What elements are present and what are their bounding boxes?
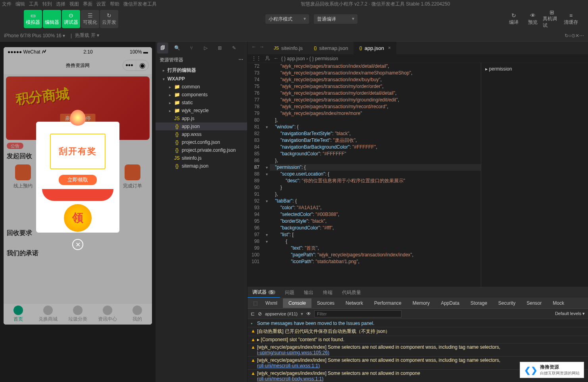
filter-input[interactable] bbox=[314, 310, 402, 317]
prize-title: 刮开有奖 bbox=[50, 134, 106, 169]
menu-item[interactable]: 界面 bbox=[83, 1, 92, 7]
tree-item-static[interactable]: ▸📁static bbox=[156, 99, 247, 107]
git-icon[interactable]: ⑂ bbox=[186, 42, 197, 53]
forward-icon[interactable]: → bbox=[259, 44, 264, 52]
coin-icon: 领 bbox=[64, 204, 92, 232]
tool-可视化[interactable]: ☰可视化 bbox=[81, 10, 99, 28]
tool-编辑器[interactable]: 编辑器 bbox=[43, 10, 61, 28]
levels-select[interactable]: Default levels ▾ bbox=[555, 311, 585, 316]
hotreload-toggle[interactable]: 热重载 开 ▾ bbox=[75, 32, 99, 39]
dt-toolbar-Mock[interactable]: Mock bbox=[547, 298, 570, 308]
ext-icon[interactable]: ⊞ bbox=[214, 42, 225, 53]
devbar-icon[interactable]: ↻ bbox=[565, 33, 569, 38]
dt-toolbar-Wxml[interactable]: Wxml bbox=[260, 298, 283, 308]
tree-item-project.config.json[interactable]: {}project.config.json bbox=[156, 138, 247, 146]
devbar-icon[interactable]: ⊙ bbox=[571, 33, 575, 38]
tree-item-sitemap.json[interactable]: {}sitemap.json bbox=[156, 162, 247, 170]
menu-item[interactable]: 选择 bbox=[56, 1, 65, 7]
menubar: 文件编辑工具转到选择视图界面设置帮助微信开发者工具 智慧废品回收系统小程序 v2… bbox=[0, 0, 588, 8]
dt-toolbar-Security[interactable]: Security bbox=[493, 298, 521, 308]
editor-tab-app.json[interactable]: {}app.json× bbox=[354, 42, 396, 54]
clear-icon[interactable]: ⊘ bbox=[258, 311, 262, 317]
eye-icon[interactable]: 👁 bbox=[306, 311, 311, 317]
dt-toolbar-Memory[interactable]: Memory bbox=[407, 298, 435, 308]
phone-frame: ●●●●● WeChat 🗲 2:10 100% ▬ 撸撸资源网 ••• ◉ 积… bbox=[4, 47, 152, 325]
tool-清缓存[interactable]: ≡清缓存 bbox=[562, 10, 580, 28]
editor-tab-siteinfo.js[interactable]: JSsiteinfo.js bbox=[268, 42, 308, 54]
tool-模拟器[interactable]: ▭模拟器 bbox=[24, 10, 42, 28]
close-modal-button[interactable]: ✕ bbox=[72, 239, 83, 250]
tool-编译[interactable]: ↻编译 bbox=[505, 10, 523, 28]
console-filter-bar: ⊏ ⊘ appservice (#11) ▾ 👁 Default levels … bbox=[248, 309, 588, 319]
more-icon[interactable]: ⋯ bbox=[238, 57, 243, 63]
ribbon bbox=[42, 189, 113, 201]
dt-tab-代码质量[interactable]: 代码质量 bbox=[337, 288, 366, 298]
tree-item-app.json[interactable]: {}app.json bbox=[156, 122, 247, 130]
menu-item[interactable]: 编辑 bbox=[15, 1, 25, 7]
tree-item-siteinfo.js[interactable]: JSsiteinfo.js bbox=[156, 154, 247, 162]
menu-item[interactable]: 工具 bbox=[29, 1, 38, 7]
tree-item-common[interactable]: ▸📁common bbox=[156, 83, 247, 91]
debug-icon[interactable]: ▷ bbox=[200, 42, 211, 53]
dt-toolbar-Sensor[interactable]: Sensor bbox=[521, 298, 547, 308]
code-editor[interactable]: 7273747576777879808182838485868788899091… bbox=[248, 63, 481, 287]
dt-toolbar-Console[interactable]: Console bbox=[283, 298, 311, 308]
device-select[interactable]: iPhone 6/7/8 Plus 100% 16 ▾ bbox=[4, 33, 65, 38]
compile-select[interactable]: 普通编译 bbox=[314, 14, 357, 24]
device-bar: iPhone 6/7/8 Plus 100% 16 ▾ | 热重载 开 ▾ ↻○… bbox=[0, 30, 588, 42]
devbar-icon[interactable]: ○ bbox=[569, 33, 571, 38]
tool-预览[interactable]: 👁预览 bbox=[524, 10, 542, 28]
menu-item[interactable]: 文件 bbox=[2, 1, 12, 7]
claim-button[interactable]: 立即领取 bbox=[59, 175, 97, 185]
menu-item[interactable]: 帮助 bbox=[110, 1, 119, 7]
outline-panel: ▸ permission bbox=[481, 63, 588, 287]
tree-section[interactable]: ▾WXAPP bbox=[156, 75, 247, 83]
window-title: 智慧废品回收系统小程序 v2.7.2 · 微信开发者工具 Stable 1.05… bbox=[301, 1, 450, 8]
breadcrumb[interactable]: ⋮⋮ 凡 ← { } app.json › { } permission bbox=[248, 54, 588, 63]
dt-toolbar-AppData[interactable]: AppData bbox=[435, 298, 465, 308]
logo-icon: ❮❯ bbox=[524, 365, 538, 375]
sidebar-icon[interactable]: ⊏ bbox=[251, 311, 255, 317]
tool-真机调试[interactable]: ⊞真机调试 bbox=[543, 10, 561, 28]
menu-item[interactable]: 视图 bbox=[69, 1, 79, 7]
tool-云开发[interactable]: ↻云开发 bbox=[100, 10, 118, 28]
dt-toolbar-Sources[interactable]: Sources bbox=[311, 298, 340, 308]
explorer-tabs: 🗐 🔍 ⑂ ▷ ⊞ ✎ bbox=[156, 42, 247, 54]
modal-overlay: 刮开有奖 立即领取 领 ✕ bbox=[4, 47, 152, 325]
main-toolbar: ▭模拟器编辑器⊙调试器☰可视化↻云开发 小程序模式 普通编译 ↻编译👁预览⊞真机… bbox=[0, 8, 588, 30]
editor-tab-sitemap.json[interactable]: {}sitemap.json bbox=[308, 42, 354, 54]
tree-item-components[interactable]: ▸📁components bbox=[156, 91, 247, 99]
balloon-icon bbox=[70, 110, 86, 126]
dt-tab-终端[interactable]: 终端 bbox=[318, 288, 337, 298]
menu-item[interactable]: 转到 bbox=[42, 1, 52, 7]
search-icon[interactable]: 🔍 bbox=[171, 42, 183, 53]
dt-tab-输出[interactable]: 输出 bbox=[299, 288, 318, 298]
explorer-title: 资源管理器⋯ bbox=[156, 54, 247, 66]
tree-item-app.wxss[interactable]: {}app.wxss bbox=[156, 130, 247, 138]
back-icon[interactable]: ← bbox=[252, 44, 256, 52]
brush-icon[interactable]: ✎ bbox=[229, 42, 240, 53]
tree-item-project.private.config.json[interactable]: {}project.private.config.json bbox=[156, 146, 247, 154]
inspect-icon[interactable]: ⬚ bbox=[251, 300, 260, 306]
tree-section[interactable]: ▸打开的编辑器 bbox=[156, 66, 247, 75]
mode-select[interactable]: 小程序模式 bbox=[265, 14, 309, 24]
context-select[interactable]: appservice (#11) bbox=[265, 311, 298, 316]
dt-tab-问题[interactable]: 问题 bbox=[280, 288, 299, 298]
devbar-icon[interactable]: ✕ bbox=[575, 33, 579, 38]
outline-item[interactable]: ▸ permission bbox=[485, 65, 584, 73]
menu-item[interactable]: 微信开发者工具 bbox=[123, 1, 157, 7]
tree-item-app.js[interactable]: JSapp.js bbox=[156, 115, 247, 122]
simulator-panel: ●●●●● WeChat 🗲 2:10 100% ▬ 撸撸资源网 ••• ◉ 积… bbox=[0, 42, 156, 382]
editor-tabs: ← → JSsiteinfo.js{}sitemap.json{}app.jso… bbox=[248, 42, 588, 54]
dt-tab-调试器[interactable]: 调试器5 bbox=[248, 287, 280, 298]
watermark: ❮❯ 撸撸资源 白嫖互联网资源的网站 bbox=[520, 362, 584, 378]
tree-item-wjyk_recycle[interactable]: ▸📁wjyk_recycle bbox=[156, 107, 247, 115]
dt-toolbar-Storage[interactable]: Storage bbox=[465, 298, 493, 308]
files-icon[interactable]: 🗐 bbox=[157, 42, 168, 53]
editor-panel: ← → JSsiteinfo.js{}sitemap.json{}app.jso… bbox=[248, 42, 588, 382]
tool-调试器[interactable]: ⊙调试器 bbox=[62, 10, 80, 28]
dt-toolbar-Performance[interactable]: Performance bbox=[369, 298, 407, 308]
devbar-icon[interactable]: ⋯ bbox=[579, 33, 584, 38]
menu-item[interactable]: 设置 bbox=[96, 1, 106, 7]
dt-toolbar-Network[interactable]: Network bbox=[340, 298, 369, 308]
